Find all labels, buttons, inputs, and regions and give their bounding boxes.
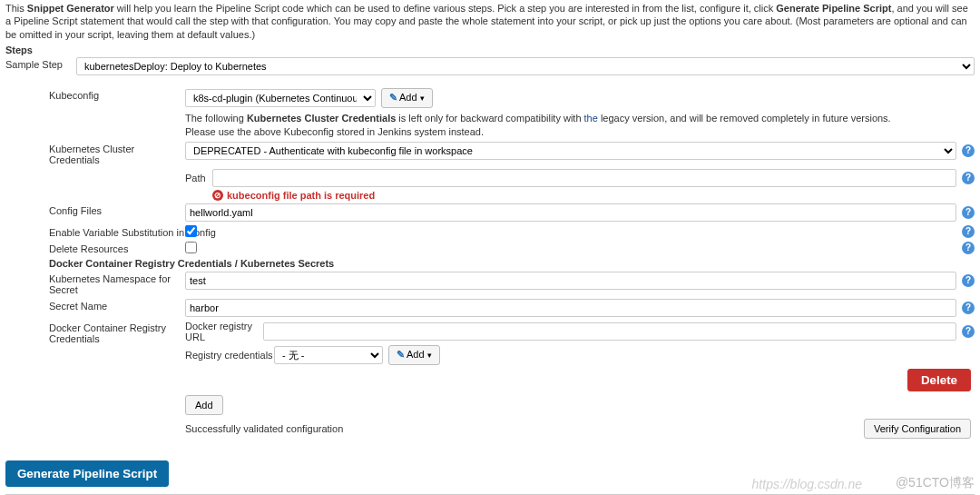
- legacy-link[interactable]: the: [584, 113, 598, 124]
- help-icon[interactable]: [962, 206, 975, 219]
- secret-input[interactable]: [185, 299, 956, 317]
- config-files-label: Config Files: [49, 203, 185, 216]
- add-button[interactable]: Add: [185, 395, 223, 415]
- path-input[interactable]: [212, 169, 956, 187]
- path-label: Path: [185, 173, 212, 183]
- deprecation-note: The following Kubernetes Cluster Credent…: [185, 112, 975, 139]
- sample-step-label: Sample Step: [5, 57, 76, 70]
- kubeconfig-add-button[interactable]: ✎Add▾: [381, 88, 433, 108]
- help-icon[interactable]: [962, 302, 975, 314]
- dcrc-label: Docker Container Registry Credentials: [49, 321, 185, 344]
- docker-url-input[interactable]: [263, 322, 956, 341]
- kcc-label: Kubernetes Cluster Credentials: [49, 142, 185, 165]
- reg-cred-add-button[interactable]: ✎Add▾: [388, 345, 440, 365]
- help-icon[interactable]: [962, 325, 975, 338]
- reg-cred-label: Registry credentials: [185, 350, 274, 361]
- help-icon[interactable]: [962, 172, 975, 184]
- validated-msg: Successfully validated configuration: [185, 423, 343, 434]
- generate-pipeline-script-button[interactable]: Generate Pipeline Script: [5, 460, 169, 487]
- path-error: ⊘ kubeconfig file path is required: [212, 190, 375, 201]
- watermark: https://blog.csdn.ne: [752, 477, 862, 491]
- intro-text: This Snippet Generator will help you lea…: [5, 2, 975, 41]
- help-icon[interactable]: [962, 144, 975, 157]
- kubeconfig-label: Kubeconfig: [49, 88, 185, 101]
- secret-label: Secret Name: [49, 299, 185, 312]
- ns-label: Kubernetes Namespace for Secret: [49, 272, 185, 295]
- sample-step-select[interactable]: kubernetesDeploy: Deploy to Kubernetes: [76, 57, 975, 75]
- kcc-select[interactable]: DEPRECATED - Authenticate with kubeconfi…: [185, 142, 956, 160]
- help-icon[interactable]: [962, 242, 975, 254]
- error-icon: ⊘: [212, 190, 223, 201]
- config-files-input[interactable]: [185, 203, 956, 222]
- enable-var-checkbox[interactable]: [185, 225, 197, 237]
- help-icon[interactable]: [962, 274, 975, 287]
- dcr-section-header: Docker Container Registry Credentials / …: [49, 258, 975, 269]
- delete-res-checkbox[interactable]: [185, 242, 197, 253]
- reg-cred-select[interactable]: - 无 -: [274, 346, 383, 364]
- watermark: @51CTO博客: [896, 475, 975, 491]
- steps-heading: Steps: [5, 45, 975, 55]
- kubeconfig-select[interactable]: k8s-cd-plugin (Kubernetes Continuous Dep…: [185, 89, 376, 107]
- ns-input[interactable]: [185, 272, 956, 290]
- docker-url-label: Docker registry URL: [185, 321, 263, 342]
- help-icon[interactable]: [962, 225, 975, 238]
- verify-config-button[interactable]: Verify Configuration: [864, 419, 971, 439]
- delete-button[interactable]: Delete: [907, 369, 971, 391]
